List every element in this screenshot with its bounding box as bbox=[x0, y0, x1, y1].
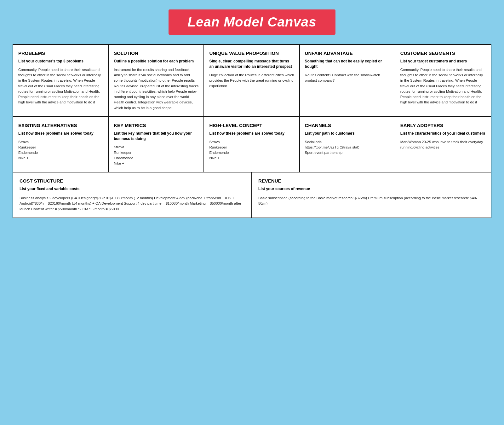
early-adopters-body: Man/Woman 20-25 who love to track their … bbox=[400, 139, 486, 150]
unique-value-subtitle: Single, clear, compelling message that t… bbox=[209, 59, 294, 69]
high-level-concept-title: HIGH-LEVEL CONCEPT bbox=[209, 123, 294, 128]
customer-segments-cell: CUSTOMER SEGMENTS List your target custo… bbox=[395, 45, 491, 116]
existing-alternatives-body: Strava Runkeeper Endomondo Nike + bbox=[18, 139, 103, 161]
solution-body: Instrument for the results sharing and f… bbox=[114, 67, 198, 111]
problems-body: Community. People need to share their re… bbox=[18, 67, 103, 105]
revenue-subtitle: List your sources of revenue bbox=[258, 186, 484, 192]
high-level-concept-cell: HIGH-LEVEL CONCEPT List how these proble… bbox=[204, 117, 300, 172]
channels-subtitle: List your path to customers bbox=[305, 131, 390, 136]
solution-title: SOLUTION bbox=[114, 50, 198, 56]
cost-structure-body: Business analysis 2 developers (BA+Desig… bbox=[20, 195, 245, 212]
revenue-cell: REVENUE List your sources of revenue Bas… bbox=[252, 172, 491, 218]
cost-structure-title: COST STRUCTURE bbox=[20, 178, 245, 184]
existing-alternatives-subtitle: List how these problems are solved today bbox=[18, 131, 103, 136]
top-row: PROBLEMS List your customer's top 3 prob… bbox=[13, 45, 491, 117]
title-box: Lean Model Canvas bbox=[169, 9, 335, 35]
customer-segments-body: Community. People need to share their re… bbox=[400, 67, 486, 105]
key-metrics-cell: KEY METRICS List the key numbers that te… bbox=[109, 117, 204, 172]
solution-subtitle: Outline a possible solution for each pro… bbox=[114, 59, 198, 64]
high-level-concept-subtitle: List how these problems are solved today bbox=[209, 131, 294, 136]
problems-cell: PROBLEMS List your customer's top 3 prob… bbox=[13, 45, 109, 116]
problems-title: PROBLEMS bbox=[18, 50, 103, 56]
existing-alternatives-cell: EXISTING ALTERNATIVES List how these pro… bbox=[13, 117, 109, 172]
channels-body: Social ads: https://tppr.me/JazTq (Strav… bbox=[305, 139, 390, 156]
channels-title: CHANNELS bbox=[305, 123, 390, 128]
bottom-row: COST STRUCTURE List your fixed and varia… bbox=[13, 172, 491, 218]
early-adopters-subtitle: List the characteristics of your ideal c… bbox=[400, 131, 486, 136]
canvas: PROBLEMS List your customer's top 3 prob… bbox=[13, 44, 491, 218]
solution-cell: SOLUTION Outline a possible solution for… bbox=[109, 45, 204, 116]
middle-row: EXISTING ALTERNATIVES List how these pro… bbox=[13, 117, 491, 173]
cost-structure-cell: COST STRUCTURE List your fixed and varia… bbox=[13, 172, 252, 218]
revenue-body: Basic subscription (according to the Bas… bbox=[258, 195, 484, 207]
key-metrics-body: Strava Runkeeper Endomondo Nike + bbox=[114, 144, 198, 166]
unfair-advantage-title: UNFAIR ADVANTAGE bbox=[305, 50, 390, 56]
unique-value-body: Huge collection of the Routes in differe… bbox=[209, 73, 294, 89]
unique-value-cell: UNIQUE VALUE PROPOSITION Single, clear, … bbox=[204, 45, 300, 116]
existing-alternatives-title: EXISTING ALTERNATIVES bbox=[18, 123, 103, 128]
cost-structure-subtitle: List your fixed and variable costs bbox=[20, 186, 245, 192]
early-adopters-title: EARLY ADOPTERS bbox=[400, 123, 486, 128]
customer-segments-subtitle: List your target customers and users bbox=[400, 59, 486, 64]
key-metrics-subtitle: List the key numbers that tell you how y… bbox=[114, 131, 198, 142]
revenue-title: REVENUE bbox=[258, 178, 484, 184]
key-metrics-title: KEY METRICS bbox=[114, 123, 198, 128]
page-title: Lean Model Canvas bbox=[187, 15, 316, 30]
high-level-concept-body: Strava Runkeeper Endomondo Nike + bbox=[209, 139, 294, 161]
customer-segments-title: CUSTOMER SEGMENTS bbox=[400, 50, 486, 56]
channels-cell: CHANNELS List your path to customers Soc… bbox=[300, 117, 395, 172]
unfair-advantage-cell: UNFAIR ADVANTAGE Something that can not … bbox=[300, 45, 395, 116]
problems-subtitle: List your customer's top 3 problems bbox=[18, 59, 103, 64]
unfair-advantage-body: Routes content? Contract with the smart-… bbox=[305, 73, 390, 84]
unfair-advantage-subtitle: Something that can not be easily copied … bbox=[305, 59, 390, 69]
page-header: Lean Model Canvas bbox=[13, 9, 491, 35]
unique-value-title: UNIQUE VALUE PROPOSITION bbox=[209, 50, 294, 56]
early-adopters-cell: EARLY ADOPTERS List the characteristics … bbox=[395, 117, 491, 172]
